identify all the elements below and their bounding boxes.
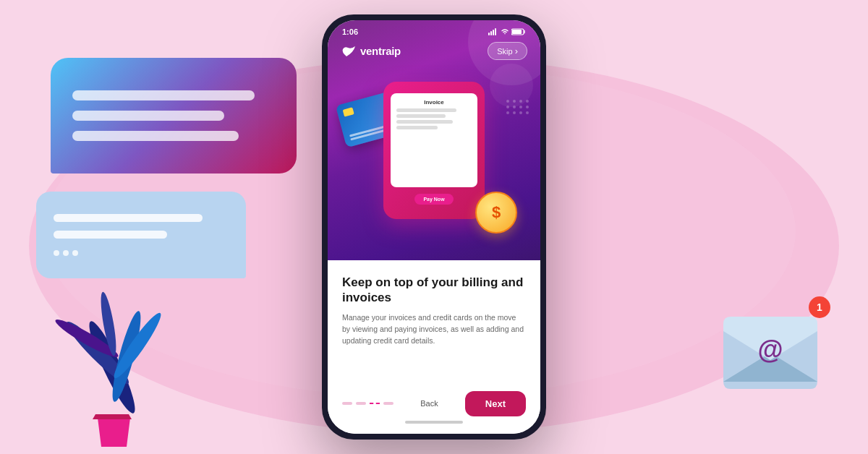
phone-navigation: Back Next bbox=[342, 391, 526, 416]
phone-container: 1:06 bbox=[322, 14, 546, 440]
envelope-icon: @ bbox=[716, 302, 825, 396]
chat-bubble-big bbox=[51, 58, 297, 174]
home-indicator bbox=[405, 421, 463, 424]
phone-top-section: 1:06 bbox=[328, 20, 540, 260]
phone-bottom-section: Keep on top of your billing and invoices… bbox=[328, 260, 540, 434]
invoice-line-4 bbox=[396, 126, 438, 129]
progress-dots bbox=[342, 402, 393, 405]
progress-dot-dash bbox=[370, 403, 380, 404]
phone-outer: 1:06 bbox=[322, 14, 546, 440]
progress-dot-4 bbox=[383, 402, 393, 405]
card-chip bbox=[343, 107, 354, 116]
invoice-lines bbox=[396, 108, 472, 129]
inner-phone-graphic: Invoice Pay Now bbox=[383, 82, 485, 219]
invoice-line-3 bbox=[396, 120, 453, 124]
chat-line-small-1 bbox=[54, 214, 203, 222]
status-time: 1:06 bbox=[342, 27, 358, 36]
logo-bird-icon bbox=[341, 43, 357, 59]
invoice-line-2 bbox=[396, 114, 446, 118]
progress-dot-1 bbox=[342, 402, 352, 405]
pay-now-button: Pay Now bbox=[414, 194, 453, 205]
phone-illustration: Invoice Pay Now $ bbox=[347, 74, 521, 248]
notification-badge: 1 bbox=[809, 296, 830, 318]
notification-count: 1 bbox=[817, 301, 822, 313]
dollar-coin: $ bbox=[475, 192, 517, 234]
plant-illustration bbox=[51, 252, 174, 454]
ventraip-logo: ventraip bbox=[341, 43, 401, 59]
phone-inner: 1:06 bbox=[328, 20, 540, 434]
chat-line-1 bbox=[72, 90, 255, 100]
svg-text:@: @ bbox=[757, 335, 783, 364]
invoice-line-1 bbox=[396, 108, 456, 112]
right-section: 1 @ bbox=[716, 302, 825, 396]
progress-dot-2 bbox=[356, 402, 366, 405]
next-button[interactable]: Next bbox=[465, 391, 526, 416]
inner-phone-screen: Invoice bbox=[391, 93, 477, 187]
dollar-icon: $ bbox=[492, 203, 501, 222]
chat-line-2 bbox=[72, 111, 224, 121]
phone-headline: Keep on top of your billing and invoices bbox=[342, 275, 526, 306]
chat-line-3 bbox=[72, 131, 239, 141]
logo-text: ventraip bbox=[360, 45, 401, 57]
back-button[interactable]: Back bbox=[420, 399, 438, 408]
email-envelope: 1 @ bbox=[716, 302, 825, 396]
invoice-label: Invoice bbox=[396, 99, 472, 106]
phone-body-text: Manage your invoices and credit cards on… bbox=[342, 312, 526, 382]
chat-line-small-2 bbox=[54, 231, 167, 239]
